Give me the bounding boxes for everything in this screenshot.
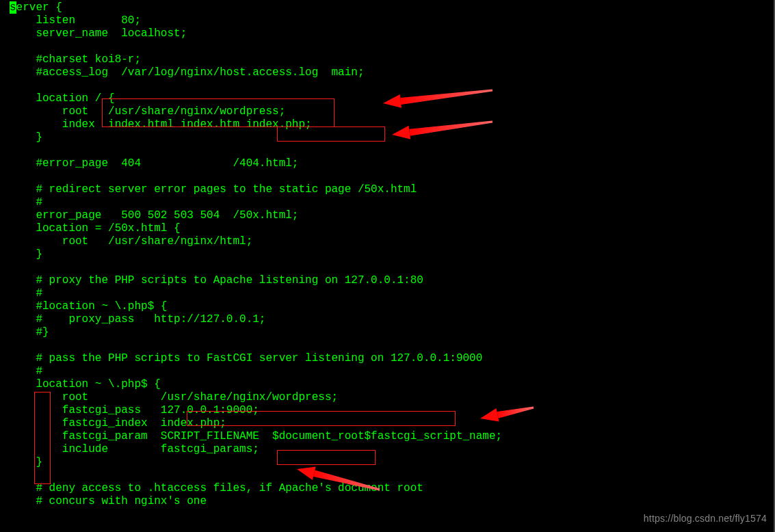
line-32: fastcgi_index index.php;: [10, 417, 226, 429]
line-35: }: [10, 456, 42, 468]
line-22: #: [10, 287, 42, 300]
line-7: location / {: [10, 92, 115, 105]
line-27: # pass the PHP scripts to FastCGI server…: [10, 352, 482, 364]
line-34: include fastcgi_params;: [10, 443, 259, 455]
line-10: }: [10, 131, 42, 144]
line-28: #: [10, 365, 42, 377]
terminal-viewport[interactable]: server { listen 80; server_name localhos…: [0, 0, 775, 532]
line-37: # deny access to .htaccess files, if Apa…: [10, 482, 423, 494]
line-33: fastcgi_param SCRIPT_FILENAME $document_…: [10, 430, 502, 442]
line-18: root /usr/share/nginx/html;: [10, 235, 252, 248]
line-2: server_name localhost;: [10, 27, 187, 40]
config-content: server { listen 80; server_name localhos…: [10, 1, 774, 508]
line-29: location ~ \.php$ {: [10, 378, 161, 390]
line-23: #location ~ \.php$ {: [10, 300, 167, 312]
terminal-cursor: s: [10, 1, 16, 14]
line-4: #charset koi8-r;: [10, 53, 141, 66]
watermark-text: https://blog.csdn.net/fly1574: [644, 512, 767, 525]
line-14: # redirect server error pages to the sta…: [10, 183, 417, 196]
line-16: error_page 500 502 503 504 /50x.html;: [10, 209, 298, 222]
line-30: root /usr/share/nginx/wordpress;: [10, 391, 338, 403]
line-1: listen 80;: [10, 14, 141, 27]
line-15: #: [10, 196, 42, 209]
line-0-rest: erver {: [16, 1, 62, 14]
line-19: }: [10, 248, 42, 261]
line-31: fastcgi_pass 127.0.0.1:9000;: [10, 404, 259, 416]
line-25: #}: [10, 326, 49, 338]
line-17: location = /50x.html {: [10, 222, 181, 235]
line-21: # proxy the PHP scripts to Apache listen…: [10, 274, 423, 287]
line-9: index index.html index.htm index.php;: [10, 118, 312, 131]
line-12: #error_page 404 /404.html;: [10, 157, 298, 170]
line-38: # concurs with nginx's one: [10, 495, 207, 507]
line-5: #access_log /var/log/nginx/host.access.l…: [10, 66, 364, 79]
line-8: root /usr/share/nginx/wordpress;: [10, 105, 285, 118]
line-24: # proxy_pass http://127.0.0.1;: [10, 313, 265, 325]
